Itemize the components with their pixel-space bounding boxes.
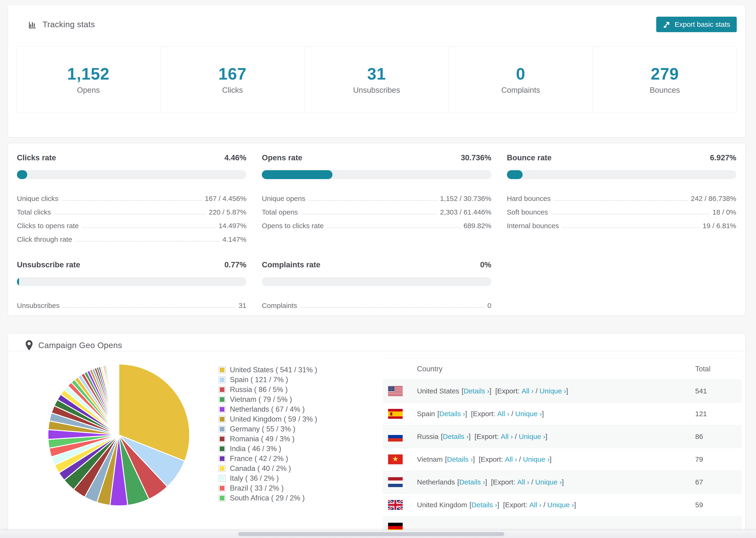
- map-pin-icon: [26, 340, 33, 350]
- metric-value: 167 / 4.456%: [205, 194, 246, 202]
- legend-swatch: [219, 465, 226, 472]
- total-cell: 541: [695, 387, 742, 395]
- stat-value: 31: [367, 65, 386, 83]
- flag-icon-es: [388, 409, 403, 419]
- export-all-link[interactable]: All ›: [497, 410, 510, 418]
- export-basic-stats-button[interactable]: Export basic stats: [656, 17, 737, 32]
- dotted-leader: [63, 307, 236, 308]
- metric-row: Complaints0: [262, 296, 491, 310]
- export-unique-link[interactable]: Unique ›: [515, 410, 542, 418]
- metric-label: Complaints: [262, 301, 297, 310]
- dotted-leader: [75, 241, 220, 242]
- export-all-link[interactable]: All ›: [501, 433, 513, 441]
- bracket: ]: [566, 387, 568, 395]
- legend-label: Vietnam ( 79 / 5% ): [230, 395, 292, 404]
- metric-list: Complaints0: [262, 296, 491, 310]
- bracket: [: [461, 387, 463, 395]
- geo-table: Country Total United States[Details ›] […: [383, 358, 742, 538]
- legend-item-russia: Russia ( 86 / 5% ): [219, 385, 317, 395]
- legend-label: Netherlands ( 67 / 4% ): [230, 405, 305, 413]
- rate-block-clicks-rate: Clicks rate4.46%Unique clicks167 / 4.456…: [17, 153, 246, 243]
- stat-value: 167: [218, 65, 246, 83]
- export-unique-link[interactable]: Unique ›: [547, 501, 574, 509]
- details-link[interactable]: Details ›: [439, 410, 465, 418]
- stat-value: 0: [516, 65, 525, 83]
- export-all-link[interactable]: All ›: [505, 456, 517, 463]
- bracket: ]: [562, 478, 564, 486]
- dotted-leader: [327, 228, 460, 228]
- metric-label: Hard bounces: [507, 194, 551, 202]
- country-cell: Spain[Details ›] [Export: All › / Unique…: [383, 409, 695, 419]
- rate-title: Opens rate: [262, 153, 302, 162]
- progress-bar: [17, 277, 246, 286]
- geo-title: Campaign Geo Opens: [38, 341, 122, 350]
- dotted-leader: [562, 228, 700, 228]
- export-all-link[interactable]: All ›: [521, 387, 534, 395]
- geo-header: Campaign Geo Opens: [8, 334, 745, 351]
- metric-label: Unique clicks: [17, 194, 58, 202]
- legend-swatch: [219, 426, 226, 433]
- horizontal-scrollbar-thumb[interactable]: [238, 532, 504, 536]
- stat-label: Complaints: [501, 86, 540, 95]
- progress-bar: [17, 170, 246, 179]
- metric-row: Click through rate4.147%: [17, 230, 246, 243]
- export-unique-link[interactable]: Unique ›: [540, 387, 566, 395]
- tracking-stats-card: Tracking stats Export basic stats 1,152O…: [8, 5, 745, 137]
- rate-value: 30.736%: [460, 153, 491, 162]
- details-link[interactable]: Details ›: [463, 387, 489, 395]
- slash: /: [517, 456, 523, 463]
- rate-value: 0.77%: [225, 260, 246, 269]
- stat-cell-bounces: 279Bounces: [593, 46, 737, 113]
- geo-table-row-united-kingdom: United Kingdom[Details ›] [Export: All ›…: [383, 494, 742, 516]
- flag-icon-us: [388, 386, 403, 396]
- legend-swatch: [219, 366, 226, 373]
- export-unique-link[interactable]: Unique ›: [535, 478, 562, 486]
- details-link[interactable]: Details ›: [447, 456, 473, 463]
- export-unique-link[interactable]: Unique ›: [519, 433, 545, 441]
- progress-bar: [262, 277, 491, 286]
- metric-value: 4.147%: [223, 236, 246, 243]
- rates-grid: Clicks rate4.46%Unique clicks167 / 4.456…: [8, 143, 745, 310]
- metric-label: Total opens: [262, 208, 298, 216]
- metric-value: 220 / 5.87%: [209, 208, 246, 216]
- bar-chart-icon: [28, 20, 37, 28]
- export-all-link[interactable]: All ›: [517, 478, 529, 486]
- legend-item-romania: Romania ( 49 / 3% ): [219, 434, 317, 444]
- dotted-leader: [308, 200, 437, 201]
- slash: /: [529, 478, 535, 486]
- metric-label: Unique opens: [262, 194, 305, 202]
- country-name: Spain: [417, 410, 435, 418]
- stat-cell-clicks: 167Clicks: [160, 46, 304, 113]
- legend-item-france: France ( 42 / 2% ): [219, 454, 317, 463]
- divider: [8, 351, 745, 351]
- details-link[interactable]: Details ›: [471, 501, 497, 509]
- legend-swatch: [219, 435, 226, 443]
- export-all-link[interactable]: All ›: [529, 501, 542, 509]
- legend-swatch: [219, 416, 226, 423]
- export-icon: [663, 21, 671, 28]
- country-cell: United States[Details ›] [Export: All › …: [383, 386, 695, 396]
- bracket: [: [441, 433, 443, 441]
- legend-item-vietnam: Vietnam ( 79 / 5% ): [219, 395, 317, 404]
- metric-value: 2,303 / 61.446%: [440, 208, 491, 216]
- progress-fill: [507, 170, 523, 179]
- stat-label: Bounces: [650, 86, 680, 95]
- legend-label: France ( 42 / 2% ): [230, 455, 288, 463]
- flag-icon-gb: [388, 500, 403, 510]
- slash: /: [534, 387, 540, 395]
- legend-swatch: [219, 396, 226, 403]
- metric-value: 19 / 6.81%: [703, 222, 736, 230]
- export-unique-link[interactable]: Unique ›: [523, 456, 549, 463]
- legend-item-germany: Germany ( 55 / 3% ): [219, 424, 317, 434]
- rate-head: Opens rate30.736%: [262, 153, 491, 162]
- legend-label: Russia ( 86 / 5% ): [230, 385, 288, 394]
- details-link[interactable]: Details ›: [443, 433, 469, 441]
- column-header-total: Total: [695, 365, 742, 373]
- geo-table-row-spain: Spain[Details ›] [Export: All › / Unique…: [383, 403, 742, 425]
- metric-row: Total opens2,303 / 61.446%: [262, 202, 491, 216]
- rate-block-complaints-rate: Complaints rate0%Complaints0: [262, 260, 491, 310]
- legend-item-brazil: Brazil ( 33 / 2% ): [219, 483, 317, 493]
- stat-cell-opens: 1,152Opens: [17, 46, 160, 113]
- legend-label: India ( 46 / 3% ): [230, 445, 281, 453]
- details-link[interactable]: Details ›: [459, 478, 485, 486]
